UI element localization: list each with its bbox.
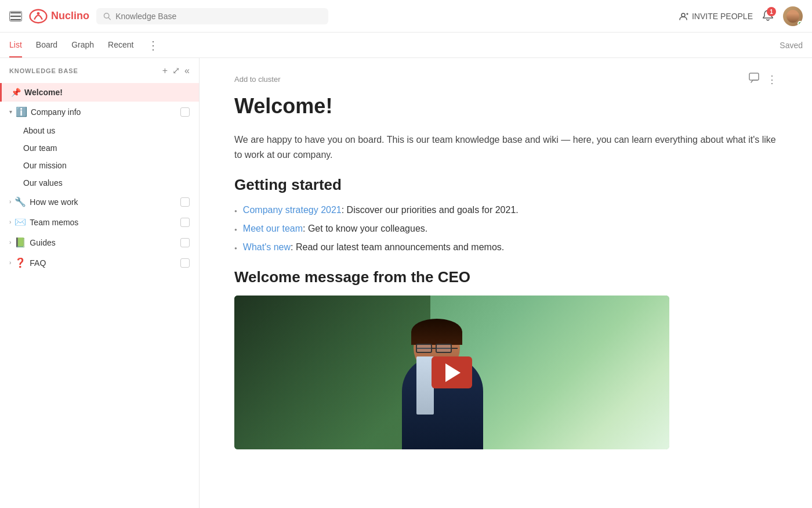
- document-title: Welcome!: [234, 93, 777, 118]
- list-item: ● Meet our team: Get to know your collea…: [234, 222, 777, 236]
- sidebar-add-button[interactable]: +: [162, 65, 168, 76]
- faq-emoji: ❓: [14, 257, 26, 268]
- faq-checkbox[interactable]: [180, 258, 190, 268]
- sidebar-collapse-button[interactable]: «: [184, 65, 190, 76]
- bullet-1-rest: : Get to know your colleagues.: [303, 224, 427, 233]
- svg-point-0: [30, 9, 47, 22]
- sidebar-header-actions: + ⤢ «: [162, 65, 190, 76]
- tab-recent[interactable]: Recent: [108, 33, 133, 57]
- how-we-work-arrow[interactable]: ›: [9, 199, 11, 205]
- play-button[interactable]: [432, 356, 472, 388]
- how-we-work-label: How we work: [30, 197, 78, 207]
- pin-icon: 📌: [11, 88, 21, 97]
- company-info-checkbox[interactable]: [180, 107, 190, 117]
- our-team-label: Our team: [23, 143, 57, 153]
- team-memos-emoji: ✉️: [14, 217, 26, 228]
- getting-started-list: ● Company strategy 2021: Discover our pr…: [234, 203, 777, 254]
- document-intro: We are happy to have you on board. This …: [234, 132, 777, 162]
- saved-status: Saved: [780, 41, 803, 50]
- getting-started-heading: Getting started: [234, 176, 777, 194]
- sidebar-item-about-us[interactable]: About us: [19, 122, 199, 139]
- main-layout: KNOWLEDGE BASE + ⤢ « 📌 Welcome! ▾ ℹ️ Com…: [0, 58, 812, 508]
- team-memos-arrow[interactable]: ›: [9, 219, 11, 225]
- sidebar-item-our-mission[interactable]: Our mission: [19, 157, 199, 174]
- notification-badge: 1: [767, 7, 776, 16]
- more-options-doc-button[interactable]: ⋮: [767, 72, 777, 87]
- sidebar-item-how-we-work[interactable]: › 🔧 How we work: [0, 192, 199, 212]
- tab-list[interactable]: List: [9, 33, 22, 57]
- sidebar-item-welcome[interactable]: 📌 Welcome!: [0, 83, 199, 102]
- main-content: Add to cluster ⋮ Welcome! We are happy t…: [200, 58, 812, 508]
- guides-checkbox[interactable]: [180, 238, 190, 247]
- ceo-section-heading: Welcome message from the CEO: [234, 268, 777, 286]
- company-strategy-link[interactable]: Company strategy 2021: [243, 205, 342, 215]
- company-info-label: Company info: [31, 107, 81, 117]
- logo[interactable]: Nuclino: [29, 9, 89, 24]
- bullet-0-rest: : Discover our priorities and goals for …: [342, 205, 519, 215]
- sidebar-header: KNOWLEDGE BASE + ⤢ «: [0, 58, 199, 83]
- bullet-dot: ●: [234, 245, 237, 252]
- bullet-dot: ●: [234, 208, 237, 215]
- our-mission-label: Our mission: [23, 161, 67, 170]
- guides-emoji: 📗: [14, 237, 26, 248]
- svg-rect-7: [749, 73, 759, 80]
- how-we-work-checkbox[interactable]: [180, 197, 190, 207]
- sidebar-item-faq[interactable]: › ❓ FAQ: [0, 253, 199, 273]
- content-toolbar: Add to cluster ⋮: [234, 72, 777, 87]
- sidebar-expand-button[interactable]: ⤢: [172, 65, 180, 76]
- company-info-children: About us Our team Our mission Our values: [0, 122, 199, 192]
- more-options-button[interactable]: ⋮: [147, 38, 159, 52]
- sidebar-item-team-memos[interactable]: › ✉️ Team memos: [0, 212, 199, 232]
- sidebar: KNOWLEDGE BASE + ⤢ « 📌 Welcome! ▾ ℹ️ Com…: [0, 58, 200, 508]
- invite-people-label: INVITE PEOPLE: [692, 12, 753, 21]
- sidebar-item-our-team[interactable]: Our team: [19, 139, 199, 157]
- secondary-navigation: List Board Graph Recent ⋮ Saved: [0, 33, 812, 58]
- list-item: ● Company strategy 2021: Discover our pr…: [234, 203, 777, 217]
- guides-label: Guides: [30, 238, 55, 247]
- bullet-dot: ●: [234, 226, 237, 233]
- faq-label: FAQ: [30, 258, 46, 268]
- add-to-cluster-button[interactable]: Add to cluster: [234, 75, 281, 84]
- svg-line-3: [108, 17, 110, 19]
- comments-button[interactable]: [748, 72, 760, 87]
- how-we-work-emoji: 🔧: [14, 196, 26, 207]
- bullet-2-rest: : Read our latest team announcements and…: [291, 242, 504, 252]
- svg-point-1: [37, 12, 40, 15]
- guides-arrow[interactable]: ›: [9, 239, 11, 246]
- sidebar-welcome-label: Welcome!: [24, 88, 63, 97]
- whats-new-link[interactable]: What's new: [243, 242, 291, 252]
- user-avatar[interactable]: [783, 6, 803, 26]
- svg-point-4: [682, 13, 685, 17]
- search-input[interactable]: [115, 12, 321, 21]
- company-info-emoji: ℹ️: [16, 106, 27, 117]
- about-us-label: About us: [23, 126, 55, 135]
- our-values-label: Our values: [23, 178, 63, 188]
- tab-board[interactable]: Board: [36, 33, 57, 57]
- logo-text: Nuclino: [51, 10, 89, 22]
- top-navigation: Nuclino INVITE PEOPLE 1: [0, 0, 812, 33]
- play-icon: [445, 363, 461, 382]
- video-overlay: [234, 296, 669, 449]
- topnav-right: INVITE PEOPLE 1: [679, 6, 803, 26]
- sidebar-header-label: KNOWLEDGE BASE: [9, 67, 78, 74]
- online-indicator: [798, 21, 803, 26]
- hamburger-menu-button[interactable]: [9, 11, 22, 21]
- sidebar-item-our-values[interactable]: Our values: [19, 174, 199, 192]
- meet-our-team-link[interactable]: Meet our team: [243, 224, 303, 233]
- company-info-arrow[interactable]: ▾: [9, 109, 12, 115]
- team-memos-checkbox[interactable]: [180, 218, 190, 227]
- list-item: ● What's new: Read our latest team annou…: [234, 240, 777, 254]
- sidebar-item-guides[interactable]: › 📗 Guides: [0, 232, 199, 253]
- faq-arrow[interactable]: ›: [9, 260, 11, 266]
- tab-graph[interactable]: Graph: [71, 33, 94, 57]
- invite-people-button[interactable]: INVITE PEOPLE: [679, 12, 753, 21]
- team-memos-label: Team memos: [30, 218, 78, 227]
- search-bar[interactable]: [96, 8, 328, 24]
- ceo-video[interactable]: [234, 296, 669, 449]
- notifications-button[interactable]: 1: [762, 9, 774, 23]
- content-toolbar-right: ⋮: [748, 72, 777, 87]
- sidebar-item-company-info[interactable]: ▾ ℹ️ Company info: [0, 102, 199, 122]
